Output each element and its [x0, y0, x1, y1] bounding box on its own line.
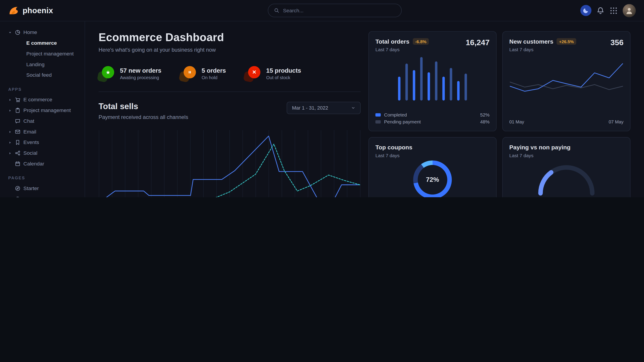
sidebar-item-faq[interactable]: Faq	[5, 194, 80, 197]
card-title: Top coupons	[376, 144, 412, 150]
mail-icon	[15, 129, 20, 135]
customers-x-axis: 01 May 07 May	[509, 119, 624, 124]
legend-swatch	[376, 120, 381, 124]
search-icon	[274, 8, 279, 13]
global-search[interactable]	[268, 4, 402, 17]
card-period: Last 7 days	[376, 47, 429, 52]
sidebar-item-label: Events	[24, 139, 39, 145]
date-range-select[interactable]: Mar 1 - 31, 2022	[287, 102, 361, 114]
legend-item: Pending payment48%	[376, 119, 490, 124]
sidebar-item-label: Chat	[24, 118, 34, 124]
caret-right-icon	[8, 141, 12, 144]
sidebar-nav: HomeE commerceProject managementLandingS…	[0, 21, 84, 197]
sidebar-section-label: PAGES	[8, 176, 76, 180]
stat-value: 5 orders	[202, 67, 226, 74]
stat-value: 15 products	[266, 67, 301, 74]
sidebar-item-social[interactable]: Social	[5, 148, 80, 159]
sidebar-item-calendar[interactable]: Calendar	[5, 159, 80, 169]
app-root: phoenix HomeE commerceProject management…	[0, 0, 644, 197]
legend-value: 52%	[480, 112, 490, 117]
sidebar-item-label: E commerce	[24, 97, 52, 103]
bell-icon	[596, 6, 604, 14]
legend-value: 48%	[480, 119, 490, 124]
stat-item-on-hold: 5 ordersOn hold	[180, 66, 226, 81]
card-period: Last 7 days	[509, 153, 570, 158]
total-sells-chart	[99, 129, 361, 197]
donut-center-value: 72%	[418, 165, 447, 195]
sidebar-item-e-commerce[interactable]: E commerce	[5, 94, 80, 105]
sidebar-subitem-social-feed[interactable]: Social feed	[5, 70, 80, 80]
global-search-input[interactable]	[283, 7, 396, 13]
pause-stat-icon	[180, 66, 196, 81]
sidebar-item-email[interactable]: Email	[5, 126, 80, 137]
coupons-donut-chart: 72%	[413, 161, 452, 197]
card-period: Last 7 days	[376, 153, 412, 158]
theme-toggle-button[interactable]	[580, 5, 592, 16]
caret-spacer	[8, 162, 12, 166]
notifications-button[interactable]	[596, 6, 604, 14]
caret-right-icon	[8, 98, 12, 102]
sidebar-subitem-e-commerce[interactable]: E commerce	[5, 38, 80, 48]
total-orders-legend: Completed52%Pending payment48%	[376, 112, 490, 124]
compass-icon	[15, 186, 20, 191]
new-customers-chart	[509, 58, 624, 106]
caret-right-icon	[8, 151, 12, 155]
card-title: New customers	[509, 38, 553, 45]
new-customers-value: 356	[610, 38, 624, 52]
sidebar-item-label: Home	[24, 29, 37, 35]
user-avatar[interactable]	[623, 4, 636, 17]
trend-badge: -6.8%	[413, 38, 429, 45]
stat-item-out-of-stock: ×15 productsOut of stock	[245, 66, 301, 81]
total-sells-title: Total sells	[99, 102, 188, 111]
new-customers-card: New customers +26.5% Last 7 days 356 01 …	[502, 31, 630, 131]
brand[interactable]: phoenix	[8, 5, 53, 16]
star-stat-icon: ★	[99, 66, 114, 81]
trend-badge: +26.5%	[556, 38, 576, 45]
share-icon	[15, 150, 20, 156]
chevron-down-icon	[351, 106, 355, 110]
x-tick: 07 May	[609, 119, 624, 124]
avatar-image	[623, 4, 636, 17]
caret-right-icon	[8, 130, 12, 134]
cart-icon	[15, 97, 20, 103]
calendar-icon	[15, 161, 20, 167]
sidebar-item-project-management[interactable]: Project management	[5, 105, 80, 116]
total-sells-subtitle: Payment received across all channels	[99, 114, 188, 120]
top-coupons-card: Top coupons Last 7 days 72% Percentage d…	[368, 137, 496, 197]
sidebar-item-label: Calendar	[24, 161, 44, 167]
sidebar: HomeE commerceProject managementLandingS…	[0, 21, 85, 197]
main-content: Ecommerce Dashboard Here's what's going …	[85, 21, 644, 197]
moon-icon	[583, 7, 589, 14]
sidebar-item-chat[interactable]: Chat	[5, 116, 80, 127]
sidebar-subitem-landing[interactable]: Landing	[5, 59, 80, 70]
sidebar-item-label: Starter	[24, 186, 39, 191]
navbar-actions	[580, 4, 636, 17]
legend-label: Pending payment	[384, 119, 421, 124]
caret-right-icon	[8, 108, 12, 112]
total-orders-bar-chart	[398, 55, 467, 101]
top-navbar: phoenix	[0, 0, 644, 21]
sidebar-item-events[interactable]: Events	[5, 137, 80, 148]
total-orders-value: 16,247	[466, 38, 490, 52]
question-icon	[15, 196, 20, 197]
stats-row: ★57 new ordersAwating processing5 orders…	[99, 66, 361, 81]
legend-label: Completed	[384, 112, 407, 117]
caret-down-icon	[8, 31, 12, 34]
sidebar-item-home[interactable]: Home	[5, 27, 80, 38]
sidebar-subitem-project-management[interactable]: Project management	[5, 48, 80, 59]
sidebar-item-label: Project management	[24, 107, 71, 113]
card-period: Last 7 days	[509, 47, 576, 52]
sidebar-section-label: APPS	[8, 87, 76, 91]
dashboard-header-section: Ecommerce Dashboard Here's what's going …	[99, 31, 361, 197]
paying-gauge-chart	[536, 161, 597, 196]
stat-caption: On hold	[202, 75, 226, 80]
chat-icon	[15, 118, 20, 124]
sidebar-item-label: Faq	[24, 196, 32, 197]
grid-icon	[610, 6, 618, 14]
apps-menu-button[interactable]	[610, 6, 618, 14]
paying-vs-nonpaying-card: Paying vs non paying Last 7 days Paying …	[502, 137, 630, 197]
caret-spacer	[8, 119, 12, 123]
stat-item-awating-processing: ★57 new ordersAwating processing	[99, 66, 162, 81]
caret-spacer	[8, 186, 12, 190]
sidebar-item-starter[interactable]: Starter	[5, 183, 80, 194]
